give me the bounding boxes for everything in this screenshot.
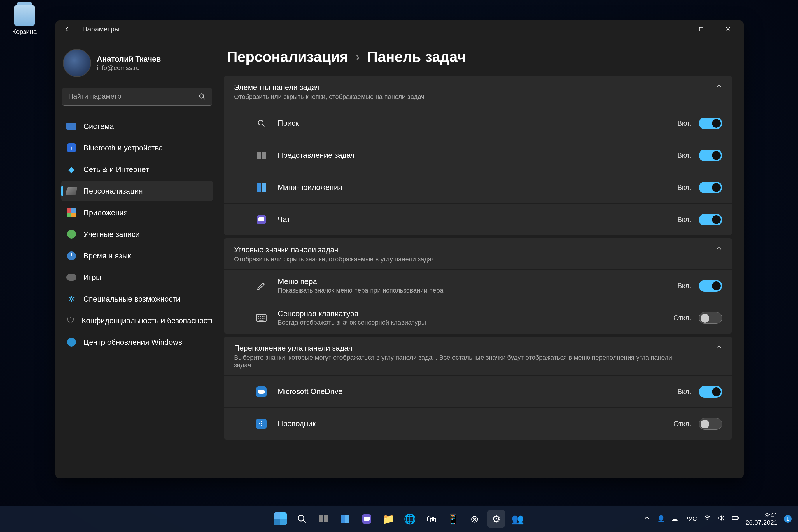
profile-email: info@comss.ru [97, 64, 161, 72]
taskbar-settings[interactable]: ⚙ [487, 510, 505, 528]
onedrive-icon [253, 386, 269, 397]
tray-chevron-up-icon[interactable] [643, 514, 651, 524]
search-input[interactable] [62, 88, 212, 106]
breadcrumb-parent[interactable]: Персонализация [227, 49, 348, 65]
tray-language[interactable]: РУС [684, 515, 697, 522]
panel-title: Угловые значки панели задач [234, 245, 716, 254]
taskbar-explorer[interactable]: 📁 [379, 510, 397, 528]
nav-gaming[interactable]: Игры [61, 267, 213, 288]
row-task-view: Представление задач Вкл. [224, 139, 732, 171]
row-sublabel: Показывать значок меню пера при использо… [278, 287, 678, 294]
nav-time-language[interactable]: Время и язык [61, 246, 213, 266]
wifi-icon: ◆ [66, 165, 76, 174]
taskbar-chat[interactable] [358, 510, 375, 528]
toggle-state: Вкл. [678, 151, 691, 159]
task-view-icon [253, 152, 269, 159]
gamepad-icon [66, 274, 76, 281]
settings-window: Параметры Анатолий Ткачев info@comss.ru … [55, 20, 744, 478]
nav-network[interactable]: ◆Сеть & и Интернет [61, 159, 213, 180]
row-label: Поиск [278, 119, 678, 128]
toggle-search[interactable] [699, 117, 722, 129]
toggle-chat[interactable] [699, 214, 722, 226]
nav-privacy-security[interactable]: 🛡Конфиденциальность и безопасность [61, 310, 213, 331]
taskbar: 📁 🌐 🛍 📱 ⊗ ⚙ 👥 👤 ☁ РУС 9:41 26.07.2021 1 [0, 506, 798, 532]
nav-windows-update[interactable]: Центр обновления Windows [61, 332, 213, 352]
taskbar-xbox[interactable]: ⊗ [466, 510, 483, 528]
profile-block[interactable]: Анатолий Ткачев info@comss.ru [61, 47, 213, 86]
shield-icon: 🛡 [66, 316, 75, 325]
toggle-state: Вкл. [678, 282, 691, 290]
tray-time: 9:41 [745, 512, 778, 519]
taskbar-store[interactable]: 🛍 [423, 510, 440, 528]
nav-bluetooth[interactable]: ᛒBluetooth и устройства [61, 138, 213, 158]
system-tray: 👤 ☁ РУС 9:41 26.07.2021 1 [643, 512, 792, 527]
nav-label: Специальные возможности [83, 294, 180, 304]
search-box [62, 88, 212, 106]
nav-system[interactable]: Система [61, 116, 213, 136]
taskbar-task-view[interactable] [315, 510, 332, 528]
nav-label: Bluetooth и устройства [83, 144, 163, 153]
nav-apps[interactable]: Приложения [61, 203, 213, 223]
panel-corner-overflow: Переполнение угла панели задач Выберите … [224, 337, 732, 439]
row-sublabel: Всегда отображать значок сенсорной клави… [278, 319, 673, 326]
tray-battery-icon[interactable] [732, 514, 739, 524]
panel-corner-icons: Угловые значки панели задач Отобразить и… [224, 238, 732, 334]
panel-header-taskbar-items[interactable]: Элементы панели задач Отобразить или скр… [224, 76, 732, 107]
tray-teams-icon[interactable]: 👤 [657, 515, 665, 522]
toggle-pen-menu[interactable] [699, 280, 722, 292]
chevron-right-icon: › [356, 51, 360, 63]
svg-point-1 [199, 94, 204, 98]
nav-accessibility[interactable]: ✲Специальные возможности [61, 289, 213, 309]
start-button[interactable] [271, 510, 289, 528]
update-icon [67, 338, 76, 346]
avatar [63, 49, 91, 77]
content: Персонализация › Панель задач Элементы п… [219, 38, 744, 478]
panel-subtitle: Выберите значки, которые могут отображат… [234, 354, 677, 369]
taskbar-phone[interactable]: 📱 [444, 510, 462, 528]
panel-header-corner-icons[interactable]: Угловые значки панели задач Отобразить и… [224, 238, 732, 269]
tray-notification-badge[interactable]: 1 [784, 515, 792, 522]
toggle-touch-keyboard[interactable] [699, 312, 722, 324]
tray-clock[interactable]: 9:41 26.07.2021 [745, 512, 778, 527]
taskbar-search[interactable] [293, 510, 311, 528]
toggle-explorer[interactable] [699, 418, 722, 430]
nav-label: Игры [83, 273, 101, 282]
nav-personalization[interactable]: Персонализация [61, 181, 213, 201]
taskbar-edge[interactable]: 🌐 [401, 510, 419, 528]
profile-name: Анатолий Ткачев [97, 55, 161, 63]
search-icon [198, 93, 206, 101]
svg-rect-0 [699, 27, 703, 31]
breadcrumb: Персонализация › Панель задач [224, 49, 732, 65]
tray-onedrive-icon[interactable]: ☁ [671, 515, 678, 522]
back-button[interactable] [61, 23, 73, 35]
chat-icon [253, 215, 269, 224]
recycle-bin-label: Корзина [7, 28, 42, 36]
nav-label: Персонализация [83, 187, 143, 196]
widgets-icon [341, 514, 349, 523]
nav-label: Приложения [83, 208, 128, 217]
tray-wifi-icon[interactable] [703, 514, 711, 524]
bluetooth-icon: ᛒ [67, 144, 76, 152]
windows-icon [274, 512, 287, 525]
toggle-widgets[interactable] [699, 182, 722, 193]
brush-icon [65, 187, 78, 195]
close-button[interactable] [715, 21, 741, 37]
task-view-icon [319, 515, 328, 522]
clock-icon [67, 251, 76, 260]
sidebar: Анатолий Ткачев info@comss.ru Система ᛒB… [55, 38, 219, 478]
panel-header-corner-overflow[interactable]: Переполнение угла панели задач Выберите … [224, 337, 732, 375]
minimize-button[interactable] [661, 21, 688, 37]
toggle-onedrive[interactable] [699, 386, 722, 398]
toggle-task-view[interactable] [699, 150, 722, 161]
nav-label: Время и язык [83, 251, 131, 261]
row-onedrive: Microsoft OneDrive Вкл. [224, 375, 732, 407]
recycle-bin-icon [14, 5, 35, 26]
panel-subtitle: Отобразить или скрыть значки, отображаем… [234, 255, 677, 263]
maximize-button[interactable] [688, 21, 715, 37]
taskbar-widgets[interactable] [336, 510, 354, 528]
taskbar-teams[interactable]: 👥 [509, 510, 527, 528]
tray-volume-icon[interactable] [718, 514, 725, 524]
desktop-recycle-bin[interactable]: Корзина [7, 5, 42, 36]
nav-accounts[interactable]: Учетные записи [61, 224, 213, 244]
window-controls [661, 21, 741, 37]
